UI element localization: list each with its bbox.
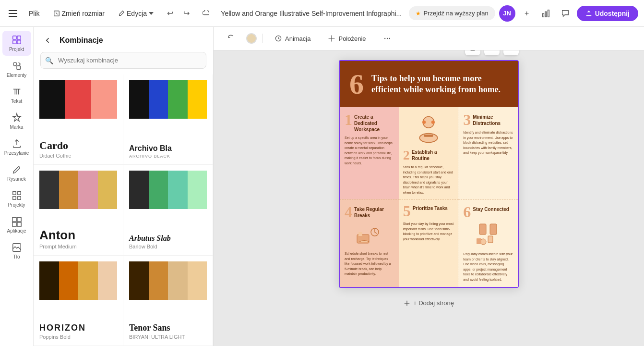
- lock-button[interactable]: [465, 50, 480, 55]
- header-text: Tips to help you become more efficient w…: [371, 73, 508, 96]
- position-icon: [328, 35, 335, 42]
- edycja-menu[interactable]: Edycja: [113, 7, 158, 20]
- tip6-number: 6: [463, 204, 471, 220]
- share-button[interactable]: Udostępnij: [577, 6, 638, 21]
- more-icon: [383, 35, 391, 42]
- header-title: Tips to help you become more efficient w…: [371, 73, 508, 96]
- canvas-frame[interactable]: 6 Tips to help you become more efficient…: [339, 60, 519, 288]
- animacja-button[interactable]: Animacja: [269, 32, 316, 45]
- tip2-number: 2: [403, 148, 410, 163]
- upgrade-button[interactable]: ★ Przejdź na wyższy plan: [409, 6, 495, 20]
- back-icon: [44, 37, 52, 44]
- font-card-arbutus[interactable]: Arbutus Slab Barlow Bold: [123, 165, 213, 255]
- duplicate-button[interactable]: [484, 50, 500, 55]
- polozenie-button[interactable]: Położenie: [322, 32, 371, 45]
- avatar[interactable]: JN: [499, 5, 515, 22]
- font-grid: Cardo Didact Gothic Archivo Bla ARCHIVO …: [34, 74, 213, 346]
- search-icon: 🔍: [45, 57, 53, 64]
- svg-rect-14: [17, 197, 20, 199]
- tip4-title: Take Regular Breaks: [354, 206, 394, 219]
- menu-icon[interactable]: [6, 7, 20, 20]
- horizon-font-sub: Poppins Bold: [39, 334, 117, 340]
- font-card-cardo[interactable]: Cardo Didact Gothic: [34, 74, 123, 165]
- svg-point-23: [389, 38, 390, 39]
- zmien-rozmiar-menu[interactable]: Zmień rozmiar: [48, 7, 109, 20]
- svg-rect-8: [17, 40, 20, 44]
- svg-rect-18: [17, 222, 21, 226]
- redo-button[interactable]: ↪: [179, 6, 194, 21]
- refresh-button[interactable]: [221, 32, 240, 45]
- sidebar-item-aplikacje[interactable]: Aplikacje: [2, 212, 31, 237]
- edit-icon: [118, 10, 125, 17]
- svg-rect-5: [12, 36, 16, 39]
- document-title: Yellow and Orange Illustrative Self-Impr…: [218, 10, 405, 17]
- sidebar-item-label: Przesyłanie: [4, 150, 29, 156]
- canvas-container: 6 Tips to help you become more efficient…: [339, 60, 519, 312]
- add-page-bar[interactable]: + Dodaj stronę: [339, 294, 519, 312]
- undo-button[interactable]: ↩: [162, 6, 178, 21]
- topbar: Plik Zmień rozmiar Edycja ↩ ↪ Yellow and…: [0, 0, 644, 27]
- plik-menu[interactable]: Plik: [24, 7, 45, 20]
- svg-rect-10: [17, 66, 20, 69]
- lock-icon: [469, 50, 476, 51]
- tip5-title: Prioritize Tasks: [413, 205, 448, 211]
- chevron-down-icon: [149, 12, 154, 15]
- sidebar-item-label: Aplikacje: [7, 228, 26, 234]
- tip6-body: Regularly communicate with your team or …: [463, 252, 513, 282]
- font-card-horizon[interactable]: HORIZON Poppins Bold: [34, 256, 123, 346]
- rysunek-icon: [12, 164, 22, 175]
- sidebar-item-label: Projekt: [9, 47, 24, 52]
- sidebar-item-tlo[interactable]: Tło: [2, 238, 31, 263]
- tip5-body: Start your day by listing your most impo…: [403, 222, 454, 242]
- tip4-section: 4 Take Regular Breaks: [340, 199, 399, 287]
- tip1-number: 1: [345, 112, 352, 127]
- add-page-label: + Dodaj stronę: [413, 299, 454, 307]
- add-page-button[interactable]: [503, 50, 519, 55]
- duplicate-icon: [489, 50, 495, 51]
- sidebar-item-projekt[interactable]: Projekt: [2, 31, 31, 56]
- tip4-body: Schedule short breaks to rest and rechar…: [345, 251, 394, 277]
- cardo-font-name: Cardo: [39, 139, 117, 152]
- color-picker[interactable]: [246, 33, 257, 44]
- comments-button[interactable]: [558, 6, 573, 21]
- tip2-illustration: [412, 111, 445, 145]
- more-options-button[interactable]: [378, 32, 397, 45]
- tip2-section: 2 Establish a Routine Stick to a regular…: [399, 107, 459, 199]
- sidebar-item-tekst[interactable]: Tekst: [2, 83, 31, 108]
- sidebar-item-marka[interactable]: Marka: [2, 109, 31, 134]
- canvas-top-toolbar: [465, 50, 519, 55]
- elementy-icon: [12, 61, 22, 71]
- font-card-tenor[interactable]: Tenor Sans BIRYANI ULTRA LIGHT: [123, 256, 213, 346]
- search-input[interactable]: [40, 52, 206, 69]
- archivo-font-name: Archivo Bla: [129, 144, 207, 153]
- svg-point-21: [384, 38, 385, 39]
- font-card-archivo[interactable]: Archivo Bla ARCHIVO BLACK: [123, 74, 213, 165]
- tlo-icon: [12, 242, 22, 253]
- horizon-font-name: HORIZON: [39, 323, 117, 333]
- sidebar-item-label: Projekty: [8, 202, 25, 208]
- add-collaborator-button[interactable]: +: [519, 6, 535, 21]
- sidebar-item-projekty[interactable]: Projekty: [2, 186, 31, 211]
- arbutus-swatches: [129, 171, 207, 229]
- tenor-swatches: [129, 261, 207, 318]
- tip6-title: Stay Connected: [473, 206, 509, 212]
- back-button[interactable]: [41, 34, 55, 47]
- anton-font-sub: Prompt Medium: [39, 244, 117, 249]
- cardo-font-sub: Didact Gothic: [39, 153, 117, 159]
- sidebar-item-elementy[interactable]: Elementy: [2, 57, 31, 82]
- canvas-scroll[interactable]: 6 Tips to help you become more efficient…: [214, 50, 644, 346]
- svg-rect-35: [358, 232, 362, 236]
- chart-icon: [542, 9, 550, 18]
- sidebar-item-rysunek[interactable]: Rysunek: [2, 161, 31, 185]
- font-card-anton[interactable]: Anton Prompt Medium: [34, 165, 123, 255]
- sidebar-icons: Projekt Elementy Tekst Marka Przesyłanie…: [0, 27, 34, 346]
- analytics-icon[interactable]: [538, 6, 554, 21]
- resize-icon: [53, 10, 60, 17]
- tip2-body: Stick to a regular schedule, including c…: [403, 165, 454, 195]
- sidebar-item-przesylanie[interactable]: Przesyłanie: [2, 135, 31, 160]
- tip4-illustration: [345, 222, 394, 248]
- search-bar: 🔍: [40, 52, 206, 69]
- add-icon: [508, 50, 514, 51]
- sidebar-item-label: Tekst: [11, 99, 22, 104]
- svg-rect-39: [488, 236, 493, 243]
